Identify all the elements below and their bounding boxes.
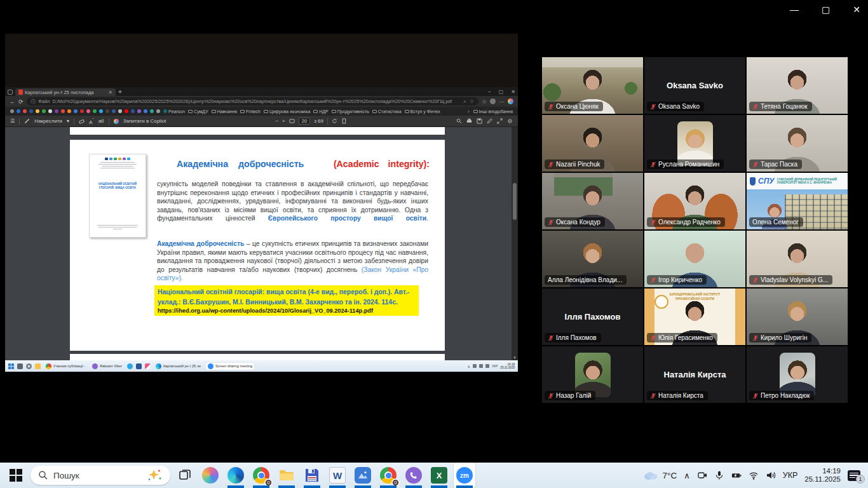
read-aloud-icon[interactable]: аб — [98, 118, 104, 124]
close-icon[interactable]: ✕ — [853, 4, 860, 15]
bookmarks-overflow-icon[interactable]: › — [468, 109, 469, 114]
clock-widget[interactable]: 14:19 25.11.2025 — [804, 467, 841, 484]
zoom-page-icon[interactable]: ⌕ — [463, 98, 466, 105]
profile-avatar[interactable] — [490, 98, 496, 104]
ask-copilot-label[interactable]: Запитати в Copilot — [123, 118, 166, 124]
bookmark-favicon[interactable] — [74, 109, 78, 113]
settings-gear-icon[interactable] — [507, 118, 513, 124]
fullscreen-icon[interactable] — [497, 118, 503, 124]
draw-pen-icon[interactable] — [24, 118, 30, 124]
bookmark-favicon[interactable] — [55, 109, 58, 113]
participant-tile-oksana-savko[interactable]: Oksana Savko Oksana Savko — [644, 57, 745, 114]
bookmark-ndr[interactable]: НДР — [313, 109, 328, 114]
bookmark-favicon[interactable] — [42, 109, 46, 113]
participant-tile-oleksandr-radchenko[interactable]: Олександр Радченко — [644, 173, 745, 229]
pdf-scrollbar[interactable]: ▼ — [512, 127, 518, 360]
participant-tile-taras-paska[interactable]: Тарас Паска — [747, 115, 848, 172]
draw-label[interactable]: Накреслити — [34, 118, 62, 124]
bookmark-favicon[interactable] — [17, 109, 20, 113]
chrome-2-button[interactable]: 0 — [377, 463, 399, 488]
fit-page-icon[interactable] — [289, 118, 295, 124]
bookmark-fintech[interactable]: Fintech — [240, 109, 261, 114]
browser-close-icon[interactable]: ✕ — [511, 89, 515, 95]
presenter-language[interactable]: УКР — [492, 364, 498, 368]
favorite-star-icon[interactable]: ☆ — [470, 98, 474, 105]
file-explorer-button[interactable] — [276, 463, 297, 488]
zoom-taskbar-item[interactable]: Screen sharing meeting — [206, 363, 254, 370]
bookmark-favicon[interactable] — [23, 109, 27, 113]
wifi-icon[interactable] — [749, 470, 759, 480]
participant-tile-petro-nakladiuk[interactable]: Петро Накладюк — [747, 346, 848, 403]
camera-in-use-icon[interactable] — [697, 470, 707, 480]
edge-button[interactable] — [225, 463, 247, 488]
bookmark-navchannia[interactable]: Навчання — [212, 109, 237, 114]
copilot-icon[interactable] — [508, 98, 513, 104]
url-field[interactable]: ⓘ Файл D:/Мої%20документи/Наукові%20крил… — [27, 97, 478, 105]
reference-url[interactable]: https://ihed.org.ua/wp-content/uploads/2… — [158, 307, 416, 315]
bookmark-digital-economy[interactable]: Цифрова економіка — [264, 109, 310, 114]
viber-taskbar-item[interactable]: Rakuten Viber — [90, 363, 124, 370]
search-input[interactable]: Пошук — [31, 466, 170, 485]
save-tool-button[interactable] — [301, 463, 323, 488]
draw-chevron-icon[interactable]: ▾ — [67, 118, 69, 124]
pdf-viewer[interactable]: НАЦІОНАЛЬНИЙ ОСВІТНІЙ ГЛОСАРІЙ: ВИЩА ОСВ… — [5, 127, 518, 360]
snipping-tool-icon[interactable] — [145, 363, 151, 369]
text-size-icon[interactable]: Aˆ — [89, 118, 94, 125]
task-view-button[interactable] — [174, 463, 196, 488]
edit-icon[interactable] — [487, 118, 492, 124]
battery-icon[interactable] — [731, 470, 742, 480]
start-icon[interactable] — [8, 363, 14, 369]
participant-tile-oksana-kondur[interactable]: Оксана Кондур — [542, 173, 643, 229]
start-button[interactable] — [5, 463, 27, 488]
participant-tile-kyrylo-shuryhin[interactable]: Кирило Шуригін — [747, 288, 848, 345]
more-menu-icon[interactable]: ··· — [499, 98, 505, 105]
bookmark-sumdu[interactable]: СумДУ — [188, 109, 208, 114]
bookmark-favicon[interactable] — [150, 109, 154, 113]
participant-tile-ruslana-romanyshyn[interactable]: Руслана Романишин — [644, 115, 745, 172]
tab-close-icon[interactable]: ✕ — [108, 90, 112, 95]
collections-icon[interactable]: ☆ — [482, 98, 487, 105]
browser-maximize-icon[interactable]: ▢ — [499, 89, 504, 95]
bookmark-vstup-fintech[interactable]: Вступ у Фінтех — [405, 109, 440, 114]
scrollbar-thumb[interactable] — [513, 183, 517, 220]
chevron-up-icon[interactable]: ∧ — [468, 364, 470, 369]
viber-button[interactable] — [403, 463, 424, 488]
tray-chevron-up-icon[interactable]: ∧ — [684, 471, 690, 480]
telegram-icon[interactable] — [127, 363, 133, 369]
save-icon[interactable] — [477, 118, 482, 124]
task-view-icon[interactable] — [17, 363, 23, 369]
participant-tile-yuliia-herasymenko[interactable]: БІЛОЦЕРКІВСЬКИЙ ІНСТИТУТПРОФЕСІЙНОЇ ОСВІ… — [644, 288, 745, 345]
bookmark-favicon[interactable] — [10, 109, 14, 113]
participant-tile-olena-semenoh[interactable]: СПУ СУМСЬКИЙ ДЕРЖАВНИЙ ПЕДАГОГІЧНИЙ УНІВ… — [747, 173, 848, 229]
print-icon[interactable] — [466, 118, 472, 124]
notification-center-button[interactable]: 1 — [848, 470, 860, 481]
chrome-taskbar-item[interactable]: Учасник публікації - — [44, 363, 87, 370]
word-icon[interactable] — [136, 363, 142, 369]
word-button[interactable]: W — [327, 463, 348, 488]
bookmark-favicon[interactable] — [61, 109, 65, 113]
participant-tile-vladyslav-volynskyi[interactable]: Vladyslav Volynskyi G... — [747, 231, 848, 287]
bookmark-favicon[interactable] — [144, 109, 147, 113]
settings-gear-icon[interactable] — [26, 363, 32, 369]
bookmark-favicon[interactable] — [118, 109, 122, 113]
refresh-icon[interactable]: ⟳ — [18, 98, 24, 105]
chrome-button[interactable]: 0 — [250, 463, 272, 488]
file-explorer-icon[interactable] — [35, 363, 41, 369]
eraser-icon[interactable] — [79, 118, 85, 124]
rotate-icon[interactable] — [332, 118, 337, 124]
tray-icon[interactable] — [479, 364, 483, 368]
page-number-field[interactable]: 20 — [299, 118, 310, 125]
browser-tab[interactable]: Карпатський ун-т 25 листопада ✕ — [15, 88, 116, 96]
other-favorites[interactable]: Інші вподобання — [473, 109, 513, 114]
participant-tile-oksana-tsiuniak[interactable]: Оксана Цюняк — [542, 57, 643, 114]
browser-minimize-icon[interactable]: − — [488, 89, 491, 95]
participant-tile-ihor-kyrychenko[interactable]: Ігор Кириченко — [644, 231, 745, 287]
photos-button[interactable] — [352, 463, 374, 488]
pdf-menu-icon[interactable]: ☰ — [10, 118, 15, 124]
participant-tile-tetiana-hotsaniuk[interactable]: Тетяна Гоцанюк — [747, 57, 848, 114]
bookmark-favicon[interactable] — [105, 109, 109, 113]
presenter-clock[interactable]: 14:1925.11.2025 — [500, 363, 515, 370]
bookmark-favicon[interactable] — [36, 109, 39, 113]
participant-tile-nazar-halii[interactable]: Назар Галій — [542, 346, 643, 403]
back-icon[interactable]: ← — [10, 98, 15, 105]
